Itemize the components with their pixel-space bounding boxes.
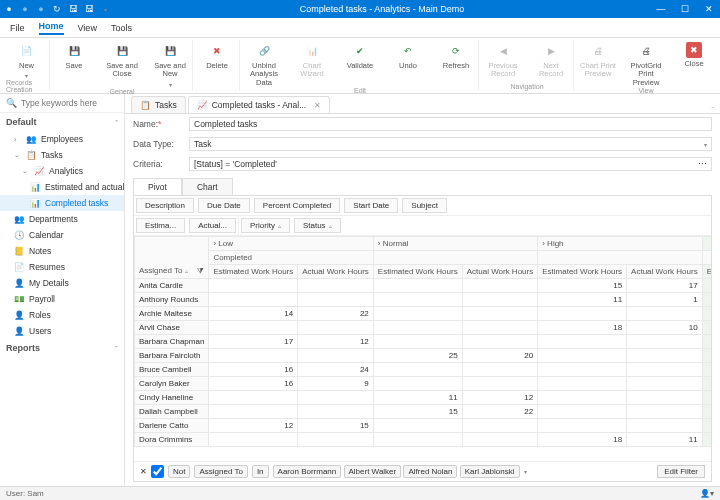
field-estimated[interactable]: Estima... <box>136 218 185 233</box>
delete-button[interactable]: ✖Delete <box>197 42 237 70</box>
filter-val[interactable]: Albert Walker <box>344 465 402 478</box>
name-field[interactable]: Completed tasks <box>189 117 712 131</box>
pivot-grid[interactable]: Assigned To ▵ ⧩› Low› Normal› HighGrand … <box>134 236 711 461</box>
filter-checkbox[interactable] <box>151 465 164 478</box>
sidebar-search[interactable]: 🔍 <box>0 94 124 113</box>
chevron-down-icon: ˅ <box>115 345 118 352</box>
ribbon: 📄New▾ Records Creation 💾Save 💾Save and C… <box>0 38 720 94</box>
unbind-icon: 🔗 <box>255 42 273 60</box>
chart-print-button: 🖨Chart Print Preview <box>578 42 618 87</box>
nav-users[interactable]: 👤 Users <box>0 323 124 339</box>
next-record-button: ▶Next Record <box>531 42 571 79</box>
group-edit: Edit <box>354 87 366 94</box>
unbind-button[interactable]: 🔗Unbind Analysis Data <box>244 42 284 87</box>
field-description[interactable]: Description <box>136 198 194 213</box>
refresh-button[interactable]: ⟳Refresh <box>436 42 476 87</box>
prev-icon: ◀ <box>494 42 512 60</box>
filter-fields-row: Description Due Date Percent Completed S… <box>134 196 711 216</box>
field-percent-completed[interactable]: Percent Completed <box>254 198 340 213</box>
validate-icon: ✔ <box>351 42 369 60</box>
delete-icon: ✖ <box>208 42 226 60</box>
menu-file[interactable]: File <box>10 23 25 33</box>
qat-dot2[interactable]: ● <box>20 4 30 14</box>
filter-close-icon[interactable]: ✕ <box>140 467 147 476</box>
refresh-icon: ⟳ <box>447 42 465 60</box>
save-close-button[interactable]: 💾Save and Close <box>102 42 142 88</box>
save-icon: 💾 <box>65 42 83 60</box>
window-title: Completed tasks - Analytics - Main Demo <box>110 4 654 14</box>
new-button[interactable]: 📄New▾ <box>7 42 47 79</box>
doc-tabs: 📋 Tasks 📈 Completed tasks - Anal...✕ ˅ <box>125 94 720 114</box>
filter-val[interactable]: Karl Jablonski <box>460 465 520 478</box>
filter-op[interactable]: In <box>252 465 269 478</box>
nav-resumes[interactable]: 📄 Resumes <box>0 259 124 275</box>
save-new-icon: 💾 <box>161 42 179 60</box>
tab-close-icon[interactable]: ✕ <box>314 101 321 110</box>
pivot-print-button[interactable]: 🖨PivotGrid Print Preview <box>626 42 666 87</box>
datatype-field[interactable]: Task▾ <box>189 137 712 151</box>
datatype-label: Data Type: <box>133 139 183 149</box>
minimize-button[interactable]: — <box>654 4 668 14</box>
close-window-button[interactable]: ✕ <box>702 4 716 14</box>
nav-employees[interactable]: ›👥 Employees <box>0 131 124 147</box>
qat-saveclose-icon[interactable]: 🖫 <box>84 4 94 14</box>
group-records-creation: Records Creation <box>6 79 47 93</box>
nav-estimated-actual[interactable]: 📊 Estimated and actual wor <box>0 179 124 195</box>
nav-analytics[interactable]: ⌄📈 Analytics <box>0 163 124 179</box>
nav-group-default[interactable]: Default˄ <box>0 113 124 131</box>
status-user-icon[interactable]: 👤▾ <box>700 489 714 498</box>
nav-calendar[interactable]: 🕓 Calendar <box>0 227 124 243</box>
field-actual[interactable]: Actual... <box>189 218 236 233</box>
nav-roles[interactable]: 👤 Roles <box>0 307 124 323</box>
qat-dot1[interactable]: ● <box>4 4 14 14</box>
nav-group-reports[interactable]: Reports˅ <box>0 339 124 357</box>
qat-save-icon[interactable]: 🖫 <box>68 4 78 14</box>
prev-record-button: ◀Previous Record <box>483 42 523 79</box>
qat-chevron-down-icon[interactable]: ▾ <box>100 4 110 14</box>
save-new-button[interactable]: 💾Save and New▾ <box>150 42 190 88</box>
tab-completed[interactable]: 📈 Completed tasks - Anal...✕ <box>188 96 331 113</box>
edit-filter-button[interactable]: Edit Filter <box>657 465 705 478</box>
group-navigation: Navigation <box>510 83 543 90</box>
field-priority[interactable]: Priority ▵ <box>241 218 290 233</box>
quick-access-toolbar: ● ● ● ↻ 🖫 🖫 ▾ <box>4 4 110 14</box>
nav-my-details[interactable]: 👤 My Details <box>0 275 124 291</box>
criteria-field[interactable]: [Status] = 'Completed'⋯ <box>189 157 712 171</box>
menu-home[interactable]: Home <box>39 21 64 35</box>
pivot-print-icon: 🖨 <box>637 42 655 60</box>
subtab-pivot[interactable]: Pivot <box>133 178 182 195</box>
subtabs: Pivot Chart <box>125 174 720 195</box>
field-start-date[interactable]: Start Date <box>344 198 398 213</box>
search-input[interactable] <box>21 98 111 108</box>
save-button[interactable]: 💾Save <box>54 42 94 88</box>
qat-dot3[interactable]: ● <box>36 4 46 14</box>
nav-payroll[interactable]: 💵 Payroll <box>0 291 124 307</box>
nav-completed-tasks[interactable]: 📊 Completed tasks <box>0 195 124 211</box>
maximize-button[interactable]: ☐ <box>678 4 692 14</box>
filter-val[interactable]: Aaron Borrmann <box>273 465 342 478</box>
filter-val[interactable]: Alfred Nolan <box>403 465 457 478</box>
field-subject[interactable]: Subject <box>402 198 447 213</box>
validate-button[interactable]: ✔Validate <box>340 42 380 87</box>
menu-view[interactable]: View <box>78 23 97 33</box>
close-button[interactable]: ✖Close <box>674 42 714 87</box>
main-area: 📋 Tasks 📈 Completed tasks - Anal...✕ ˅ N… <box>125 94 720 486</box>
nav-notes[interactable]: 📒 Notes <box>0 243 124 259</box>
filter-field[interactable]: Assigned To <box>194 465 247 478</box>
undo-button[interactable]: ↶Undo <box>388 42 428 87</box>
subtab-chart[interactable]: Chart <box>182 178 233 195</box>
qat-refresh-icon[interactable]: ↻ <box>52 4 62 14</box>
filter-more-icon[interactable]: ▾ <box>524 468 527 475</box>
filter-not[interactable]: Not <box>168 465 190 478</box>
chart-wizard-icon: 📊 <box>303 42 321 60</box>
next-icon: ▶ <box>542 42 560 60</box>
tabs-overflow-icon[interactable]: ˅ <box>705 106 720 113</box>
field-status[interactable]: Status ▵ <box>294 218 341 233</box>
nav-departments[interactable]: 👥 Departments <box>0 211 124 227</box>
filter-bar: ✕ Not Assigned To In Aaron Borrmann Albe… <box>134 461 711 481</box>
field-due-date[interactable]: Due Date <box>198 198 250 213</box>
menu-tools[interactable]: Tools <box>111 23 132 33</box>
close-icon: ✖ <box>686 42 702 58</box>
nav-tasks[interactable]: ⌄📋 Tasks <box>0 147 124 163</box>
tab-tasks[interactable]: 📋 Tasks <box>131 96 186 113</box>
